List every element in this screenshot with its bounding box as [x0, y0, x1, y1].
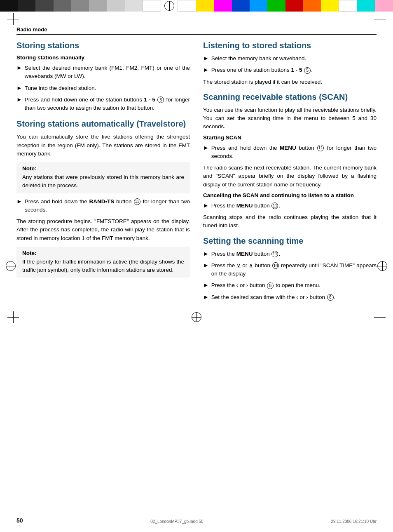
color-seg-11 [196, 0, 214, 12]
page-content: Radio mode Storing stations Storing stat… [0, 26, 393, 305]
reg-mark-bl [7, 311, 19, 323]
circle-11-c: 11 [271, 251, 278, 257]
left-crosshair [6, 261, 16, 271]
travelstore-bullet-1: ► Press and hold down the BAND•TS button… [16, 198, 190, 214]
circle-8-b: 8 [327, 294, 334, 301]
color-seg-21 [375, 0, 393, 12]
listening-bullet-2: ► Press one of the station buttons 1 - 5… [203, 66, 377, 74]
manual-bullet-1: ► Select the desired memory bank (FM1, F… [16, 64, 190, 81]
arrow-icon-7: ► [203, 144, 209, 151]
setting-scan-time-title: Setting the scanning time [203, 236, 377, 246]
color-seg-10 [178, 0, 196, 12]
start-scan-bullet: ► Press and hold down the MENU button 11… [203, 144, 377, 161]
scan-time-bullet-2-text: Press the ∨ or ∧ button 10 repeatedly un… [211, 261, 377, 278]
color-seg-2 [18, 0, 35, 12]
scan-time-bullet-4-text: Set the desired scan time with the ‹ or … [211, 293, 377, 301]
listening-bullet-1-text: Select the memory bank or waveband. [211, 54, 377, 63]
circle-5-a: 5 [157, 97, 164, 103]
arrow-icon-5: ► [203, 55, 209, 61]
listening-bullet-2-text: Press one of the station buttons 1 - 5 5… [211, 66, 377, 74]
note-text-2: If the priority for traffic information … [22, 258, 184, 275]
note-box-2: Note: If the priority for traffic inform… [16, 247, 190, 278]
color-seg-19 [339, 0, 357, 12]
arrow-icon-9: ► [203, 250, 209, 257]
travelstore-store-text: The storing procedure begins. "FMTSTORE"… [16, 217, 190, 242]
arrow-icon-12: ► [203, 294, 209, 300]
scanning-title: Scanning receivable stations (SCAN) [203, 92, 377, 102]
circle-8-a: 8 [267, 282, 274, 289]
arrow-icon-1: ► [16, 64, 22, 71]
manual-bullet-3: ► Press and hold down one of the station… [16, 96, 190, 113]
top-marks [0, 12, 393, 26]
note-title-1: Note: [22, 165, 184, 172]
reg-mark-br [374, 311, 386, 323]
manual-bullet-2: ► Tune into the desired station. [16, 84, 190, 92]
scanning-intro: You can use the scan function to play al… [203, 106, 377, 131]
scan-time-bullet-3-text: Press the ‹ or › button 8 to open the me… [211, 281, 377, 290]
starting-scan-title: Starting SCAN [203, 134, 377, 141]
page-header: Radio mode [16, 26, 377, 35]
scan-time-bullet-2: ► Press the ∨ or ∧ button 10 repeatedly … [203, 261, 377, 278]
arrow-icon-10: ► [203, 262, 209, 268]
color-seg-17 [303, 0, 321, 12]
footer-meta-left: 02_LondonMP37_gb.indd 50 [150, 519, 203, 524]
arrow-icon-8: ► [203, 202, 209, 209]
listening-title: Listening to stored stations [203, 40, 377, 50]
page-header-text: Radio mode [16, 26, 47, 33]
two-col-layout: Storing stations Storing stations manual… [16, 40, 377, 305]
color-seg-9 [143, 0, 161, 12]
footer-meta-right: 29.11.2006 16:21:10 Uhr [331, 519, 377, 524]
scan-time-bullet-1-text: Press the MENU button 11. [211, 250, 377, 258]
color-seg-8 [125, 0, 143, 12]
circle-13: 13 [134, 198, 140, 205]
color-seg-1 [0, 0, 18, 12]
manual-bullet-2-text: Tune into the desired station. [25, 84, 190, 92]
color-seg-18 [321, 0, 339, 12]
storing-manually-title: Storing stations manually [16, 54, 190, 61]
crosshair-top [164, 1, 174, 11]
color-seg-5 [71, 0, 89, 12]
crosshair-gap [161, 0, 178, 12]
scan-time-bullet-4: ► Set the desired scan time with the ‹ o… [203, 293, 377, 301]
note-text-1: Any stations that were previously stored… [22, 173, 184, 190]
circle-11-a: 11 [317, 145, 324, 151]
color-seg-16 [285, 0, 303, 12]
arrow-icon-6: ► [203, 66, 209, 73]
arrow-icon-3: ► [16, 96, 22, 103]
circle-5-b: 5 [304, 67, 311, 74]
scan-description: The radio scans the next receivable stat… [203, 164, 377, 189]
color-seg-7 [107, 0, 124, 12]
crosshair-bottom [192, 312, 201, 322]
color-seg-3 [35, 0, 53, 12]
cancel-scan-bullet-text: Press the MENU button 11. [211, 202, 377, 210]
page-footer: 50 02_LondonMP37_gb.indd 50 29.11.2006 1… [0, 517, 393, 524]
reg-mark-tl [7, 13, 19, 25]
circle-11-b: 11 [271, 202, 278, 209]
left-column: Storing stations Storing stations manual… [16, 40, 190, 305]
manual-bullet-3-text: Press and hold down one of the station b… [25, 96, 190, 113]
circle-10: 10 [272, 262, 279, 269]
bottom-marks [0, 308, 393, 326]
color-seg-4 [54, 0, 71, 12]
storing-stations-title: Storing stations [16, 40, 190, 50]
cancel-scan-text: Scanning stops and the radio continues p… [203, 213, 377, 230]
color-seg-15 [267, 0, 285, 12]
color-seg-6 [89, 0, 107, 12]
color-seg-12 [214, 0, 232, 12]
cancel-scan-bullet: ► Press the MENU button 11. [203, 202, 377, 210]
travelstore-title: Storing stations automatically (Travelst… [16, 119, 190, 129]
top-left-marks [7, 13, 19, 25]
cancel-scan-title: Cancelling the SCAN and continuing to li… [203, 192, 377, 198]
note-box-1: Note: Any stations that were previously … [16, 162, 190, 193]
color-bar [0, 0, 393, 12]
travelstore-intro: You can automatically store the five sta… [16, 133, 190, 158]
color-seg-13 [232, 0, 250, 12]
scan-time-bullet-1: ► Press the MENU button 11. [203, 250, 377, 258]
top-right-marks [374, 13, 386, 25]
start-scan-bullet-text: Press and hold down the MENU button 11 f… [211, 144, 377, 161]
listening-bullet-1: ► Select the memory bank or waveband. [203, 54, 377, 63]
arrow-icon-4: ► [16, 198, 22, 205]
right-crosshair [377, 261, 387, 271]
right-column: Listening to stored stations ► Select th… [203, 40, 377, 305]
listening-stored-text: The stored station is played if it can b… [203, 78, 377, 86]
